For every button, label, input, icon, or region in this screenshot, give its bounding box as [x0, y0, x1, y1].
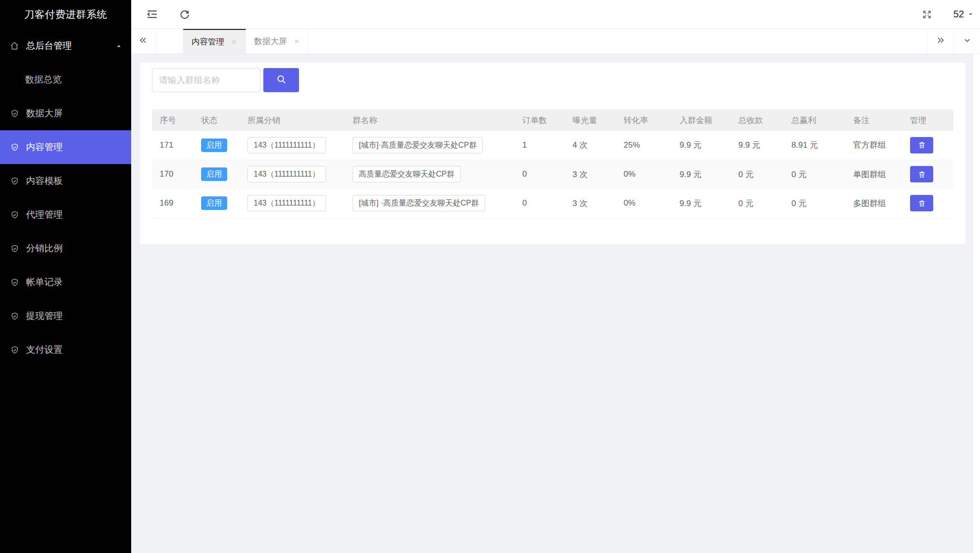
column-header-agent: 所属分销 [240, 110, 345, 131]
sidebar-item-withdraw-manage[interactable]: 提现管理 [0, 299, 131, 333]
group-name-box: 高质量恋爱交友聊天处CP群 [353, 166, 461, 182]
sidebar-item-dashboard-root[interactable]: 总后台管理 [0, 29, 131, 63]
cell-status: 启用 [193, 131, 240, 160]
column-header-group: 群名称 [345, 110, 515, 131]
column-header-orders: 订单数 [515, 110, 565, 131]
column-header-profit: 总赢利 [784, 110, 845, 131]
shield-check-icon [10, 345, 19, 355]
cell-agent: 143（1111111111） [240, 160, 345, 189]
sidebar-item-payment-settings[interactable]: 支付设置 [0, 333, 131, 367]
sidebar-item-data-screen[interactable]: 数据大屏 [0, 97, 131, 130]
user-dropdown[interactable]: 52 [953, 9, 973, 20]
cell-exposure: 4 次 [565, 131, 616, 160]
status-badge[interactable]: 启用 [201, 138, 227, 152]
cell-group-name: [城市] ·高质量恋爱交友聊天处CP群 [345, 189, 515, 218]
cell-orders: 0 [515, 160, 565, 189]
sidebar-item-label: 代理管理 [26, 208, 63, 221]
sidebar-item-bill-records[interactable]: 帐单记录 [0, 265, 131, 299]
close-icon[interactable] [231, 39, 237, 45]
cell-index: 169 [152, 189, 193, 218]
sidebar-item-label: 内容管理 [26, 141, 63, 153]
sidebar-item-label: 总后台管理 [26, 40, 72, 52]
column-header-status: 状态 [193, 110, 240, 131]
trash-icon [918, 199, 926, 207]
refresh-icon[interactable] [179, 9, 190, 20]
cell-amount: 9.9 元 [672, 131, 731, 160]
cell-income: 9.9 元 [731, 131, 784, 160]
top-navbar: 52 [131, 0, 980, 29]
column-header-index: 序号 [152, 110, 193, 131]
tabs-scroll-right-button[interactable] [927, 29, 953, 54]
chevrons-right-icon [936, 35, 946, 47]
fullscreen-icon[interactable] [922, 9, 932, 20]
cell-exposure: 3 次 [565, 160, 616, 189]
table-row: 169启用143（1111111111）[城市] ·高质量恋爱交友聊天处CP群0… [152, 189, 953, 218]
cell-manage [902, 189, 953, 218]
cell-manage [902, 160, 953, 189]
group-search-input[interactable] [152, 68, 260, 92]
sidebar-item-data-overview[interactable]: 数据总览 [0, 63, 131, 97]
delete-button[interactable] [910, 166, 933, 182]
sidebar-item-distribution-ratio[interactable]: 分销比例 [0, 232, 131, 265]
sidebar-item-label: 分销比例 [26, 242, 63, 255]
cell-rate: 25% [616, 131, 672, 160]
tab-label: 内容管理 [191, 36, 224, 47]
caret-up-icon [116, 43, 122, 49]
column-header-amount: 入群金额 [672, 110, 731, 131]
column-header-rate: 转化率 [616, 110, 672, 131]
tabs-options-button[interactable] [953, 29, 980, 54]
group-name-box: [城市]·高质量恋爱交友聊天处CP群 [353, 137, 483, 153]
cell-group-name: 高质量恋爱交友聊天处CP群 [345, 160, 515, 189]
magnifier-icon [276, 74, 287, 86]
tabs-scroll-left-button[interactable] [131, 29, 155, 54]
user-label: 52 [953, 9, 964, 20]
scrollbar-track[interactable] [972, 54, 980, 553]
cell-remark: 多图群组 [845, 189, 902, 218]
cell-exposure: 3 次 [565, 189, 616, 218]
menu-fold-icon[interactable] [146, 8, 158, 20]
cell-amount: 9.9 元 [672, 160, 731, 189]
shield-check-icon [10, 277, 19, 287]
column-header-remark: 备注 [845, 110, 902, 131]
tab-content-manage[interactable]: 内容管理 [183, 29, 246, 54]
status-badge[interactable]: 启用 [201, 196, 227, 210]
cell-income: 0 元 [731, 160, 784, 189]
tab-bar: 内容管理数据大屏 [131, 29, 980, 54]
cell-profit: 0 元 [784, 189, 845, 218]
sidebar-item-agent-manage[interactable]: 代理管理 [0, 198, 131, 232]
sidebar-item-content-manage[interactable]: 内容管理 [0, 130, 131, 164]
cell-rate: 0% [616, 189, 672, 218]
home-tab-button[interactable] [155, 29, 183, 54]
sidebar-item-label: 支付设置 [26, 344, 63, 356]
caret-down-icon [968, 12, 973, 17]
cell-group-name: [城市]·高质量恋爱交友聊天处CP群 [345, 131, 515, 160]
agent-box: 143（1111111111） [247, 137, 326, 153]
delete-button[interactable] [910, 195, 933, 211]
table-header-row: 序号状态所属分销群名称订单数曝光量转化率入群金额总收款总赢利备注管理 [152, 110, 953, 131]
status-badge[interactable]: 启用 [201, 167, 227, 181]
tab-data-screen[interactable]: 数据大屏 [246, 29, 309, 54]
search-button[interactable] [263, 68, 299, 92]
cell-orders: 1 [515, 131, 565, 160]
cell-remark: 单图群组 [845, 160, 902, 189]
cell-agent: 143（1111111111） [240, 189, 345, 218]
cell-status: 启用 [193, 189, 240, 218]
close-icon[interactable] [293, 38, 300, 45]
trash-icon [918, 170, 926, 179]
cell-index: 171 [152, 131, 193, 160]
shield-check-icon [10, 176, 19, 186]
cell-amount: 9.9 元 [672, 189, 731, 218]
shield-check-icon [10, 244, 19, 253]
trash-icon [918, 141, 926, 149]
sidebar-item-label: 提现管理 [26, 310, 63, 322]
cell-profit: 0 元 [784, 160, 845, 189]
cell-manage [902, 131, 953, 160]
sidebar-item-content-template[interactable]: 内容模板 [0, 164, 131, 198]
delete-button[interactable] [910, 137, 933, 153]
column-header-income: 总收款 [731, 110, 784, 131]
column-header-exposure: 曝光量 [565, 110, 616, 131]
app-title: 刀客付费进群系统 [0, 0, 131, 29]
chevron-down-icon [962, 35, 972, 47]
sidebar-item-label: 数据大屏 [26, 107, 63, 120]
sidebar-item-label: 数据总览 [25, 73, 62, 86]
